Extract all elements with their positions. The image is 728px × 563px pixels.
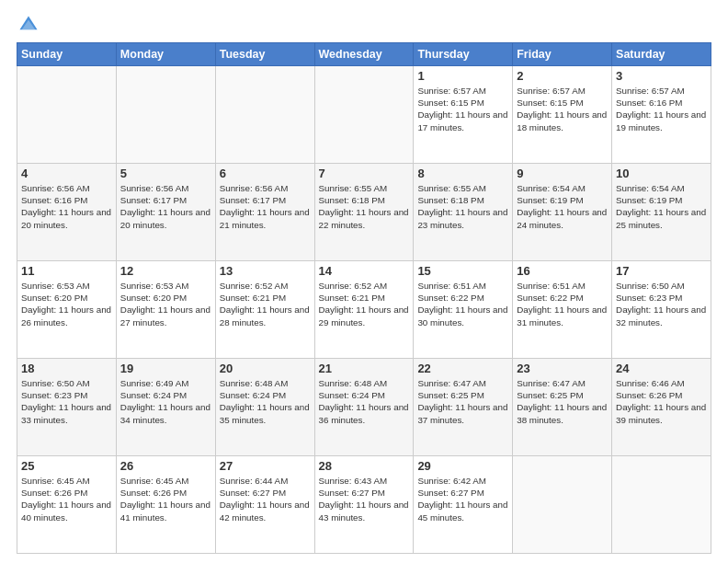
calendar-cell: 26Sunrise: 6:45 AM Sunset: 6:26 PM Dayli… xyxy=(116,456,215,554)
day-info: Sunrise: 6:57 AM Sunset: 6:15 PM Dayligh… xyxy=(417,85,508,133)
day-info: Sunrise: 6:55 AM Sunset: 6:18 PM Dayligh… xyxy=(417,182,508,231)
calendar-header-thursday: Thursday xyxy=(414,43,513,66)
day-info: Sunrise: 6:53 AM Sunset: 6:20 PM Dayligh… xyxy=(120,280,211,328)
calendar-week-1: 1Sunrise: 6:57 AM Sunset: 6:15 PM Daylig… xyxy=(17,66,711,164)
calendar-cell: 6Sunrise: 6:56 AM Sunset: 6:17 PM Daylig… xyxy=(215,164,314,261)
day-number: 18 xyxy=(21,362,112,375)
day-number: 1 xyxy=(417,69,508,83)
calendar-cell: 7Sunrise: 6:55 AM Sunset: 6:18 PM Daylig… xyxy=(314,164,414,261)
day-info: Sunrise: 6:55 AM Sunset: 6:18 PM Dayligh… xyxy=(319,182,410,231)
day-number: 4 xyxy=(21,167,112,180)
day-number: 22 xyxy=(417,362,508,375)
calendar-cell: 14Sunrise: 6:52 AM Sunset: 6:21 PM Dayli… xyxy=(314,261,414,359)
calendar-cell: 2Sunrise: 6:57 AM Sunset: 6:15 PM Daylig… xyxy=(513,66,612,164)
logo xyxy=(17,15,40,35)
day-number: 5 xyxy=(120,167,211,180)
day-number: 20 xyxy=(220,362,311,375)
calendar-cell: 20Sunrise: 6:48 AM Sunset: 6:24 PM Dayli… xyxy=(215,359,314,456)
day-number: 12 xyxy=(120,264,211,278)
calendar-cell: 11Sunrise: 6:53 AM Sunset: 6:20 PM Dayli… xyxy=(17,261,117,359)
calendar-cell: 13Sunrise: 6:52 AM Sunset: 6:21 PM Dayli… xyxy=(215,261,314,359)
day-info: Sunrise: 6:52 AM Sunset: 6:21 PM Dayligh… xyxy=(319,280,410,328)
day-number: 26 xyxy=(120,459,211,473)
header xyxy=(17,15,711,35)
page: SundayMondayTuesdayWednesdayThursdayFrid… xyxy=(0,0,728,563)
day-info: Sunrise: 6:51 AM Sunset: 6:22 PM Dayligh… xyxy=(517,280,608,328)
day-info: Sunrise: 6:47 AM Sunset: 6:25 PM Dayligh… xyxy=(517,377,608,426)
calendar-cell: 17Sunrise: 6:50 AM Sunset: 6:23 PM Dayli… xyxy=(612,261,711,359)
calendar-cell: 27Sunrise: 6:44 AM Sunset: 6:27 PM Dayli… xyxy=(215,456,314,554)
day-info: Sunrise: 6:50 AM Sunset: 6:23 PM Dayligh… xyxy=(616,280,707,328)
calendar-cell: 18Sunrise: 6:50 AM Sunset: 6:23 PM Dayli… xyxy=(17,359,117,456)
calendar-cell xyxy=(116,66,215,164)
calendar-cell xyxy=(314,66,414,164)
day-info: Sunrise: 6:51 AM Sunset: 6:22 PM Dayligh… xyxy=(417,280,508,328)
day-info: Sunrise: 6:48 AM Sunset: 6:24 PM Dayligh… xyxy=(220,377,311,426)
calendar-cell: 25Sunrise: 6:45 AM Sunset: 6:26 PM Dayli… xyxy=(17,456,117,554)
calendar-cell: 29Sunrise: 6:42 AM Sunset: 6:27 PM Dayli… xyxy=(414,456,513,554)
day-number: 25 xyxy=(21,459,112,473)
calendar-cell: 15Sunrise: 6:51 AM Sunset: 6:22 PM Dayli… xyxy=(414,261,513,359)
day-info: Sunrise: 6:49 AM Sunset: 6:24 PM Dayligh… xyxy=(120,377,211,426)
calendar-week-2: 4Sunrise: 6:56 AM Sunset: 6:16 PM Daylig… xyxy=(17,164,711,261)
day-number: 13 xyxy=(220,264,311,278)
calendar-cell: 24Sunrise: 6:46 AM Sunset: 6:26 PM Dayli… xyxy=(612,359,711,456)
day-info: Sunrise: 6:42 AM Sunset: 6:27 PM Dayligh… xyxy=(417,475,508,523)
day-number: 29 xyxy=(417,459,508,473)
day-number: 11 xyxy=(21,264,112,278)
day-info: Sunrise: 6:52 AM Sunset: 6:21 PM Dayligh… xyxy=(220,280,311,328)
calendar-cell: 1Sunrise: 6:57 AM Sunset: 6:15 PM Daylig… xyxy=(414,66,513,164)
calendar-header-friday: Friday xyxy=(513,43,612,66)
day-info: Sunrise: 6:45 AM Sunset: 6:26 PM Dayligh… xyxy=(120,475,211,523)
calendar-header-monday: Monday xyxy=(116,43,215,66)
calendar-header-saturday: Saturday xyxy=(612,43,711,66)
calendar-cell xyxy=(612,456,711,554)
calendar-cell: 22Sunrise: 6:47 AM Sunset: 6:25 PM Dayli… xyxy=(414,359,513,456)
day-number: 9 xyxy=(517,167,608,180)
day-info: Sunrise: 6:44 AM Sunset: 6:27 PM Dayligh… xyxy=(220,475,311,523)
day-number: 27 xyxy=(220,459,311,473)
calendar-table: SundayMondayTuesdayWednesdayThursdayFrid… xyxy=(17,42,711,554)
day-number: 16 xyxy=(517,264,608,278)
day-info: Sunrise: 6:45 AM Sunset: 6:26 PM Dayligh… xyxy=(21,475,112,523)
calendar-cell: 21Sunrise: 6:48 AM Sunset: 6:24 PM Dayli… xyxy=(314,359,414,456)
calendar-header-sunday: Sunday xyxy=(17,43,117,66)
calendar-cell: 12Sunrise: 6:53 AM Sunset: 6:20 PM Dayli… xyxy=(116,261,215,359)
calendar-cell: 23Sunrise: 6:47 AM Sunset: 6:25 PM Dayli… xyxy=(513,359,612,456)
day-number: 2 xyxy=(517,69,608,83)
calendar-week-4: 18Sunrise: 6:50 AM Sunset: 6:23 PM Dayli… xyxy=(17,359,711,456)
day-number: 24 xyxy=(616,362,707,375)
day-info: Sunrise: 6:46 AM Sunset: 6:26 PM Dayligh… xyxy=(616,377,707,426)
day-number: 17 xyxy=(616,264,707,278)
calendar-cell: 28Sunrise: 6:43 AM Sunset: 6:27 PM Dayli… xyxy=(314,456,414,554)
calendar-cell xyxy=(215,66,314,164)
day-number: 14 xyxy=(319,264,410,278)
day-number: 19 xyxy=(120,362,211,375)
day-number: 28 xyxy=(319,459,410,473)
day-info: Sunrise: 6:56 AM Sunset: 6:16 PM Dayligh… xyxy=(21,182,112,231)
calendar-cell: 5Sunrise: 6:56 AM Sunset: 6:17 PM Daylig… xyxy=(116,164,215,261)
day-number: 21 xyxy=(319,362,410,375)
day-number: 7 xyxy=(319,167,410,180)
calendar-header-wednesday: Wednesday xyxy=(314,43,414,66)
day-number: 8 xyxy=(417,167,508,180)
calendar-header-tuesday: Tuesday xyxy=(215,43,314,66)
day-number: 3 xyxy=(616,69,707,83)
calendar-cell: 4Sunrise: 6:56 AM Sunset: 6:16 PM Daylig… xyxy=(17,164,117,261)
calendar-cell xyxy=(513,456,612,554)
day-info: Sunrise: 6:56 AM Sunset: 6:17 PM Dayligh… xyxy=(220,182,311,231)
day-number: 23 xyxy=(517,362,608,375)
calendar-cell: 9Sunrise: 6:54 AM Sunset: 6:19 PM Daylig… xyxy=(513,164,612,261)
day-number: 15 xyxy=(417,264,508,278)
day-info: Sunrise: 6:56 AM Sunset: 6:17 PM Dayligh… xyxy=(120,182,211,231)
calendar-cell xyxy=(17,66,117,164)
day-info: Sunrise: 6:47 AM Sunset: 6:25 PM Dayligh… xyxy=(417,377,508,426)
day-info: Sunrise: 6:50 AM Sunset: 6:23 PM Dayligh… xyxy=(21,377,112,426)
calendar-cell: 19Sunrise: 6:49 AM Sunset: 6:24 PM Dayli… xyxy=(116,359,215,456)
day-number: 10 xyxy=(616,167,707,180)
day-number: 6 xyxy=(220,167,311,180)
calendar-week-3: 11Sunrise: 6:53 AM Sunset: 6:20 PM Dayli… xyxy=(17,261,711,359)
calendar-cell: 3Sunrise: 6:57 AM Sunset: 6:16 PM Daylig… xyxy=(612,66,711,164)
calendar-week-5: 25Sunrise: 6:45 AM Sunset: 6:26 PM Dayli… xyxy=(17,456,711,554)
day-info: Sunrise: 6:54 AM Sunset: 6:19 PM Dayligh… xyxy=(616,182,707,231)
